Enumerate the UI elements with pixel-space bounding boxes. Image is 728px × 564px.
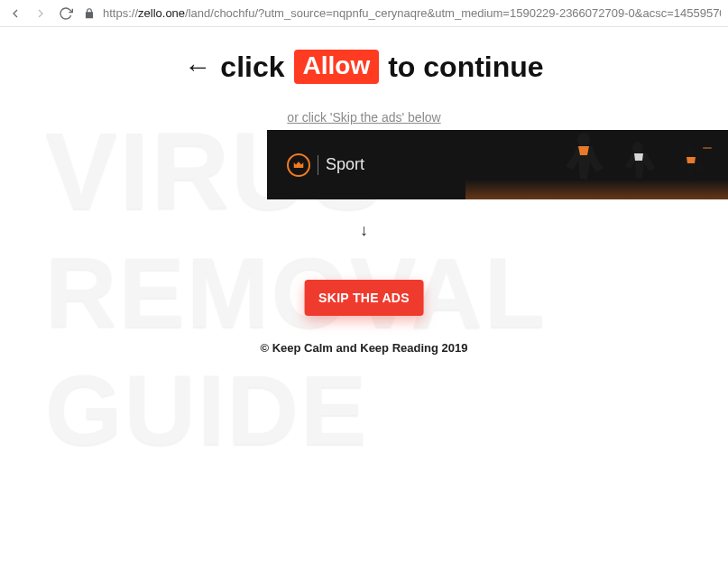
svg-point-0: [577, 133, 590, 147]
arrow-down-icon: ↓: [0, 221, 728, 240]
svg-point-1: [632, 142, 643, 154]
athlete-silhouette-1: [557, 130, 611, 199]
ad-banner[interactable]: Sport: [267, 130, 728, 199]
banner-brand: Sport: [287, 153, 364, 177]
address-bar[interactable]: https://zello.one/land/chochfu/?utm_sour…: [83, 6, 721, 20]
headline-pre: click: [220, 51, 284, 84]
headline: ← click Allow to continue: [0, 50, 728, 84]
watermark-line-3: GUIDE: [45, 352, 368, 467]
lock-icon: [83, 7, 96, 20]
banner-label: Sport: [326, 155, 364, 174]
reload-button[interactable]: [58, 5, 74, 22]
watermark-line-2: REMOVAL: [45, 235, 547, 349]
athlete-silhouette-2: [616, 140, 661, 199]
svg-rect-3: [703, 147, 712, 149]
allow-pill: Allow: [294, 50, 380, 84]
skip-ads-button[interactable]: SKIP THE ADS: [304, 280, 424, 316]
url-text: https://zello.one/land/chochfu/?utm_sour…: [103, 6, 721, 20]
athlete-silhouette-3: [667, 143, 714, 199]
headline-post: to continue: [388, 51, 543, 84]
skip-ads-link[interactable]: or click 'Skip the ads' below: [0, 110, 728, 125]
arrow-left-icon: ←: [184, 51, 211, 82]
page: VIRUS REMOVAL GUIDE ← click Allow to con…: [0, 27, 728, 564]
copyright-text: © Keep Calm and Keep Reading 2019: [0, 341, 728, 355]
forward-button[interactable]: [32, 5, 49, 22]
browser-chrome: https://zello.one/land/chochfu/?utm_sour…: [0, 0, 728, 27]
svg-point-2: [685, 145, 696, 158]
crown-icon: [287, 153, 310, 177]
back-button[interactable]: [7, 5, 23, 22]
